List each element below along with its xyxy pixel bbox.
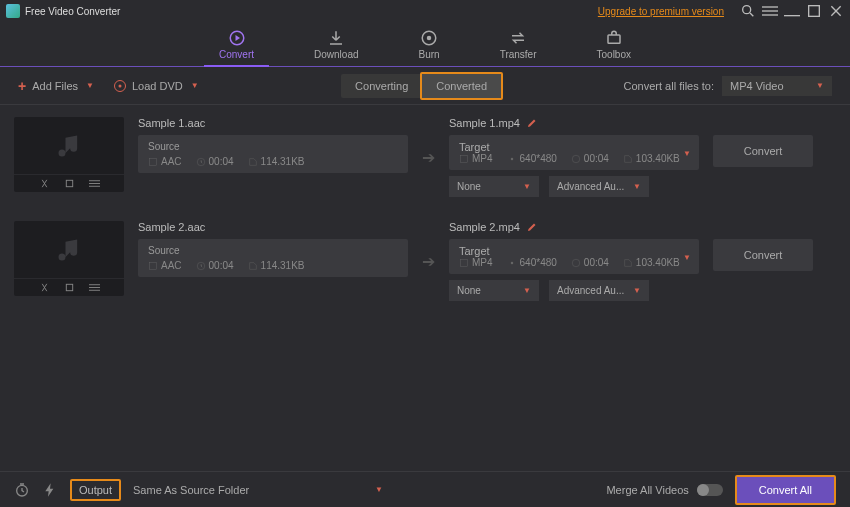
caret-down-icon: ▼ xyxy=(375,485,383,494)
main-nav: Convert Download Burn Transfer Toolbox xyxy=(0,22,850,67)
svg-rect-6 xyxy=(809,6,820,17)
target-filename: Sample 1.mp4 xyxy=(449,117,520,129)
svg-point-21 xyxy=(510,157,513,160)
burn-icon xyxy=(420,29,438,47)
music-note-icon xyxy=(14,117,124,174)
source-filename: Sample 1.aac xyxy=(138,117,408,129)
bottom-bar: Output Same As Source Folder ▼ Merge All… xyxy=(0,471,850,507)
merge-label: Merge All Videos xyxy=(606,484,688,496)
convert-all-to-label: Convert all files to: xyxy=(624,80,714,92)
svg-rect-4 xyxy=(762,14,778,15)
svg-rect-14 xyxy=(66,180,72,186)
svg-rect-27 xyxy=(150,262,157,269)
svg-rect-2 xyxy=(762,6,778,7)
target-info-box[interactable]: Target MP4 640*480 00:04 103.40KB ▼ xyxy=(449,135,699,170)
tab-converted[interactable]: Converted xyxy=(420,72,503,100)
output-path-value: Same As Source Folder xyxy=(133,484,249,496)
music-note-icon xyxy=(14,221,124,278)
nav-toolbox[interactable]: Toolbox xyxy=(592,22,636,66)
audio-value: Advanced Au... xyxy=(557,285,624,296)
settings-icon[interactable] xyxy=(89,282,100,293)
merge-toggle[interactable] xyxy=(697,484,723,496)
nav-convert[interactable]: Convert xyxy=(214,22,259,66)
convert-all-button[interactable]: Convert All xyxy=(735,475,836,505)
svg-rect-26 xyxy=(89,290,100,291)
target-label: Target xyxy=(459,245,689,257)
audio-select[interactable]: Advanced Au...▼ xyxy=(549,280,649,301)
plus-icon: + xyxy=(18,78,26,94)
output-path-select[interactable]: Same As Source Folder ▼ xyxy=(133,484,383,496)
crop-icon[interactable] xyxy=(64,178,75,189)
file-row: Sample 2.aac Source AAC 00:04 114.31KB ➔… xyxy=(0,209,850,313)
transfer-icon xyxy=(509,29,527,47)
source-info-box: Source AAC 00:04 114.31KB xyxy=(138,239,408,277)
caret-down-icon: ▼ xyxy=(816,81,824,90)
convert-button[interactable]: Convert xyxy=(713,135,813,167)
trim-icon[interactable] xyxy=(39,178,50,189)
trim-icon[interactable] xyxy=(39,282,50,293)
settings-icon[interactable] xyxy=(89,178,100,189)
crop-icon[interactable] xyxy=(64,282,75,293)
close-icon[interactable] xyxy=(828,3,844,19)
nav-transfer-label: Transfer xyxy=(500,49,537,60)
svg-rect-25 xyxy=(89,287,100,288)
caret-down-icon: ▼ xyxy=(191,81,199,90)
target-filename: Sample 2.mp4 xyxy=(449,221,520,233)
svg-rect-20 xyxy=(461,155,468,162)
merge-videos-control: Merge All Videos xyxy=(606,484,722,496)
subtitle-select[interactable]: None▼ xyxy=(449,280,539,301)
app-logo-icon xyxy=(6,4,20,18)
upgrade-premium-link[interactable]: Upgrade to premium version xyxy=(598,6,724,17)
edit-icon[interactable] xyxy=(526,221,538,233)
nav-burn-label: Burn xyxy=(419,49,440,60)
load-dvd-button[interactable]: Load DVD ▼ xyxy=(114,80,199,92)
svg-point-30 xyxy=(510,261,513,264)
target-duration: 00:04 xyxy=(584,153,609,164)
target-size: 103.40KB xyxy=(636,257,680,268)
clock-icon[interactable] xyxy=(14,482,30,498)
nav-download-label: Download xyxy=(314,49,358,60)
edit-icon[interactable] xyxy=(526,117,538,129)
arrow-right-icon: ➔ xyxy=(422,148,435,167)
svg-rect-23 xyxy=(66,284,72,290)
caret-down-icon: ▼ xyxy=(683,252,691,261)
tab-converting[interactable]: Converting xyxy=(341,74,422,98)
nav-toolbox-label: Toolbox xyxy=(597,49,631,60)
titlebar: Free Video Converter Upgrade to premium … xyxy=(0,0,850,22)
target-info-box[interactable]: Target MP4 640*480 00:04 103.40KB ▼ xyxy=(449,239,699,274)
target-format: MP4 xyxy=(472,257,493,268)
svg-line-1 xyxy=(750,13,753,16)
output-format-select[interactable]: MP4 Video ▼ xyxy=(722,76,832,96)
disc-icon xyxy=(114,80,126,92)
search-icon[interactable] xyxy=(740,3,756,19)
add-files-button[interactable]: + Add Files ▼ xyxy=(18,78,94,94)
audio-select[interactable]: Advanced Au...▼ xyxy=(549,176,649,197)
nav-burn[interactable]: Burn xyxy=(414,22,445,66)
source-thumbnail xyxy=(14,117,124,192)
maximize-icon[interactable] xyxy=(806,3,822,19)
nav-download[interactable]: Download xyxy=(309,22,363,66)
svg-rect-17 xyxy=(89,186,100,187)
subtitle-select[interactable]: None▼ xyxy=(449,176,539,197)
convert-button[interactable]: Convert xyxy=(713,239,813,271)
caret-down-icon: ▼ xyxy=(86,81,94,90)
nav-transfer[interactable]: Transfer xyxy=(495,22,542,66)
target-duration: 00:04 xyxy=(584,257,609,268)
arrow-right-icon: ➔ xyxy=(422,252,435,271)
caret-down-icon: ▼ xyxy=(683,148,691,157)
target-resolution: 640*480 xyxy=(520,153,557,164)
svg-rect-24 xyxy=(89,284,100,285)
source-label: Source xyxy=(148,245,398,256)
toolbox-icon xyxy=(605,29,623,47)
svg-point-22 xyxy=(572,155,580,163)
svg-rect-3 xyxy=(762,10,778,11)
source-format: AAC xyxy=(161,156,182,167)
target-label: Target xyxy=(459,141,689,153)
svg-rect-13 xyxy=(608,35,620,43)
minimize-icon[interactable] xyxy=(784,3,800,19)
status-tab-switch: Converting Converted xyxy=(341,74,501,98)
bolt-icon[interactable] xyxy=(42,482,58,498)
menu-icon[interactable] xyxy=(762,3,778,19)
source-info-box: Source AAC 00:04 114.31KB xyxy=(138,135,408,173)
target-resolution: 640*480 xyxy=(520,257,557,268)
